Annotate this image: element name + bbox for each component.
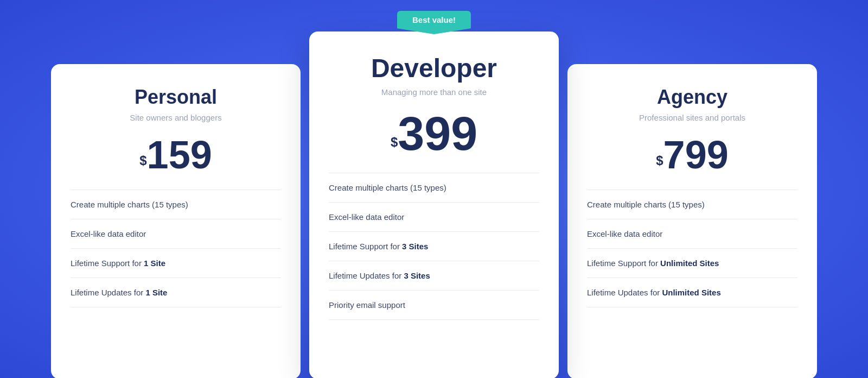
feature-bold: Unlimited Sites [662,288,720,297]
list-item: Lifetime Updates for Unlimited Sites [587,278,797,307]
list-item: Excel-like data editor [71,219,281,249]
list-item: Lifetime Support for 3 Sites [329,232,539,261]
list-item: Lifetime Updates for 3 Sites [329,261,539,291]
list-item: Create multiple charts (15 types) [71,190,281,219]
agency-currency: $ [656,153,663,168]
best-value-banner: Best value! [397,11,471,34]
developer-title: Developer [329,53,539,83]
list-item: Lifetime Updates for 1 Site [71,278,281,307]
feature-bold: 3 Sites [404,271,430,280]
personal-title: Personal [71,86,281,109]
list-item: Lifetime Support for 1 Site [71,249,281,278]
feature-bold: 1 Site [145,288,167,297]
agency-title: Agency [587,86,797,109]
feature-bold: Unlimited Sites [660,259,719,268]
pricing-card-personal: Personal Site owners and bloggers $159 C… [51,64,301,378]
feature-text: Excel-like data editor [587,229,662,238]
feature-bold: 3 Sites [402,242,428,251]
feature-bold: 1 Site [144,259,165,268]
personal-currency: $ [139,153,146,168]
feature-text: Priority email support [329,300,405,310]
feature-text: Create multiple charts (15 types) [329,183,446,192]
agency-price-container: $799 [587,135,797,174]
personal-feature-list: Create multiple charts (15 types) Excel-… [71,190,281,307]
feature-text: Create multiple charts (15 types) [71,200,188,209]
list-item: Priority email support [329,291,539,320]
feature-text-before: Lifetime Updates for [71,288,145,297]
personal-subtitle: Site owners and bloggers [71,113,281,122]
list-item: Excel-like data editor [329,203,539,232]
developer-feature-list: Create multiple charts (15 types) Excel-… [329,173,539,320]
feature-text-before: Lifetime Updates for [329,271,404,280]
list-item: Create multiple charts (15 types) [329,173,539,203]
developer-subtitle: Managing more than one site [329,87,539,97]
developer-price: 399 [398,106,477,160]
developer-currency: $ [391,135,398,149]
pricing-container: Personal Site owners and bloggers $159 C… [16,0,852,378]
agency-price: 799 [663,133,729,177]
feature-text: Excel-like data editor [71,229,146,238]
pricing-card-agency: Agency Professional sites and portals $7… [567,64,817,378]
feature-text-before: Lifetime Support for [329,242,402,251]
feature-text: Create multiple charts (15 types) [587,200,705,209]
agency-feature-list: Create multiple charts (15 types) Excel-… [587,190,797,307]
list-item: Lifetime Support for Unlimited Sites [587,249,797,278]
feature-text-before: Lifetime Updates for [587,288,662,297]
list-item: Excel-like data editor [587,219,797,249]
feature-text-before: Lifetime Support for [587,259,660,268]
pricing-card-developer: Best value! Developer Managing more than… [309,32,559,378]
personal-price-container: $159 [71,135,281,174]
developer-price-container: $399 [329,110,539,158]
feature-text-before: Lifetime Support for [71,259,144,268]
agency-subtitle: Professional sites and portals [587,113,797,122]
list-item: Create multiple charts (15 types) [587,190,797,219]
personal-price: 159 [147,133,212,177]
feature-text: Excel-like data editor [329,212,404,222]
